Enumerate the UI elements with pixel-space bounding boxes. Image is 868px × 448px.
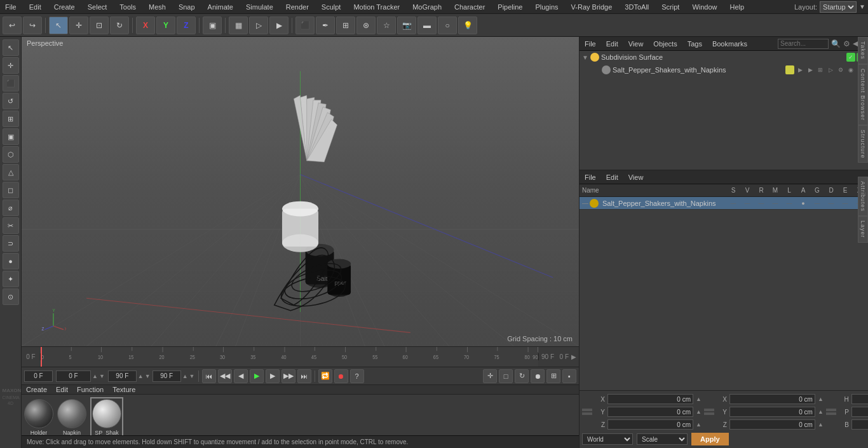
frame-end-arrow-dn1[interactable]: ▼ xyxy=(145,373,151,379)
coord-x2-arrow[interactable]: ▲ xyxy=(818,396,824,402)
material-napkin[interactable]: Napkin xyxy=(57,399,86,436)
om-search-input[interactable] xyxy=(778,39,829,49)
menu-pipeline[interactable]: Pipeline xyxy=(495,2,525,12)
tab-takes[interactable]: Takes xyxy=(858,37,868,64)
coord-z-arrow[interactable]: ▲ xyxy=(696,421,702,428)
timeline-ruler[interactable]: 0 5 10 15 20 25 30 35 40 xyxy=(41,347,538,367)
coord-y2-arrow[interactable]: ▲ xyxy=(818,409,824,415)
menu-vray[interactable]: V-Ray Bridge xyxy=(569,2,615,12)
coord-world-dropdown[interactable]: World xyxy=(582,433,633,445)
tab-structure[interactable]: Structure xyxy=(858,125,868,163)
mograph-button[interactable]: ⊛ xyxy=(356,17,376,34)
om-row-subdivision[interactable]: ▼ Subdivision Surface ✓ ✓ xyxy=(580,51,868,64)
floor-button[interactable]: ▬ xyxy=(417,17,437,34)
rotate-button[interactable]: ↻ xyxy=(110,17,129,34)
om-settings-icon[interactable]: ⚙ xyxy=(843,39,850,48)
om-collapse-icon[interactable]: ◀ xyxy=(853,39,858,48)
om-menu-view[interactable]: View xyxy=(626,39,646,48)
tool-select[interactable]: ↖ xyxy=(3,39,19,56)
next-frame-button[interactable]: ▶▶ xyxy=(281,369,295,383)
material-holder[interactable]: Holder xyxy=(24,399,53,436)
attr-menu-edit[interactable]: Edit xyxy=(604,173,621,182)
skip-start-button[interactable]: ⏮ xyxy=(202,369,216,383)
frame-end-arrow-up1[interactable]: ▲ xyxy=(138,373,144,379)
loop-button[interactable]: 🔁 xyxy=(318,369,332,383)
coord-z2-arrow[interactable]: ▲ xyxy=(818,421,824,428)
cloner-button[interactable]: ⊞ xyxy=(336,17,355,34)
tr-dot[interactable]: ▪ xyxy=(562,369,576,383)
coord-b-input[interactable] xyxy=(851,419,868,430)
om-menu-edit[interactable]: Edit xyxy=(604,39,621,48)
menu-animate[interactable]: Animate xyxy=(205,2,236,12)
help-button[interactable]: ? xyxy=(350,369,364,383)
coord-x-arrow[interactable]: ▲ xyxy=(696,396,702,402)
menu-mesh[interactable]: Mesh xyxy=(146,2,168,12)
om-search-icon[interactable]: 🔍 xyxy=(831,39,841,48)
tool-cube[interactable]: ⬛ xyxy=(3,75,19,92)
coord-y-input[interactable] xyxy=(607,407,693,417)
coord-h-input[interactable] xyxy=(851,394,868,404)
redo-button[interactable]: ↪ xyxy=(23,17,42,34)
tool-6[interactable]: ⬡ xyxy=(3,146,19,163)
om-vis-check1[interactable]: ✓ xyxy=(846,53,855,62)
coord-y2-input[interactable] xyxy=(729,407,815,417)
coord-y-arrow[interactable]: ▲ xyxy=(696,409,702,415)
render-region-button[interactable]: ▦ xyxy=(229,17,248,34)
tr-box[interactable]: □ xyxy=(499,369,513,383)
menu-file[interactable]: File xyxy=(3,2,19,12)
tab-attributes[interactable]: Attributes xyxy=(858,177,868,216)
tr-grid[interactable]: ⊞ xyxy=(546,369,560,383)
select-button[interactable]: ↖ xyxy=(49,17,68,34)
menu-motion-tracker[interactable]: Motion Tracker xyxy=(351,2,402,12)
menu-sculpt[interactable]: Sculpt xyxy=(319,2,344,12)
tool-move[interactable]: ✛ xyxy=(3,57,19,74)
menu-select[interactable]: Select xyxy=(85,2,110,12)
cube-button[interactable]: ⬛ xyxy=(295,17,315,34)
menu-render[interactable]: Render xyxy=(283,2,311,12)
om-menu-file[interactable]: File xyxy=(582,39,599,48)
om-menu-bookmarks[interactable]: Bookmarks xyxy=(710,39,750,48)
viewport[interactable]: ☰ View Cameras Display Filter Panel ⤢ ⊞ … xyxy=(22,37,579,346)
coord-x-input[interactable] xyxy=(607,394,693,404)
tool-knife[interactable]: ✂ xyxy=(3,217,19,234)
om-sp-icon6[interactable]: ◉ xyxy=(846,65,855,74)
light-button[interactable]: ☆ xyxy=(377,17,396,34)
mat-menu-create[interactable]: Create xyxy=(24,385,49,394)
tool-5[interactable]: ▣ xyxy=(3,128,19,145)
mat-menu-function[interactable]: Function xyxy=(75,385,105,394)
menu-window[interactable]: Window xyxy=(689,2,719,12)
frame-current-input[interactable] xyxy=(56,370,91,382)
mat-menu-edit[interactable]: Edit xyxy=(54,385,70,394)
camera-button[interactable]: 📷 xyxy=(397,17,416,34)
coord-z2-input[interactable] xyxy=(729,419,815,430)
frame-end-arrow-up2[interactable]: ▲ xyxy=(182,373,188,379)
om-sp-icon4[interactable]: ▷ xyxy=(826,65,835,74)
tool-11[interactable]: ● xyxy=(3,253,19,269)
sky-button[interactable]: ○ xyxy=(438,17,457,34)
frame-arrow-dn[interactable]: ▼ xyxy=(99,373,105,379)
attr-row-sp[interactable]: — Salt_Pepper_Shakers_with_Napkins — — —… xyxy=(580,197,868,210)
tool-4[interactable]: ⊞ xyxy=(3,111,19,127)
menu-simulate[interactable]: Simulate xyxy=(243,2,276,12)
play-button[interactable]: ▶ xyxy=(250,369,264,383)
coord-apply-button[interactable]: Apply xyxy=(691,433,729,445)
move-button[interactable]: ✛ xyxy=(69,17,88,34)
material-sp-shak[interactable]: SP_Shak xyxy=(90,397,123,438)
menu-script[interactable]: Script xyxy=(659,2,682,12)
tool-rotate2[interactable]: ↺ xyxy=(3,93,19,109)
om-menu-objects[interactable]: Objects xyxy=(651,39,679,48)
frame-end-input2[interactable] xyxy=(153,370,181,382)
y-axis-button[interactable]: Y xyxy=(156,17,175,34)
tool-12[interactable]: ✦ xyxy=(3,271,19,287)
om-sp-icon5[interactable]: ⚙ xyxy=(836,65,845,74)
coord-x2-input[interactable] xyxy=(729,394,815,404)
tool-connect[interactable]: ⊃ xyxy=(3,235,19,252)
mat-menu-texture[interactable]: Texture xyxy=(111,385,137,394)
undo-button[interactable]: ↩ xyxy=(3,17,22,34)
attr-menu-view[interactable]: View xyxy=(626,173,646,182)
prev-frame-button[interactable]: ◀◀ xyxy=(218,369,232,383)
om-menu-tags[interactable]: Tags xyxy=(685,39,705,48)
step-back-button[interactable]: ◀ xyxy=(234,369,248,383)
object-mode-button[interactable]: ▣ xyxy=(203,17,222,34)
tool-8[interactable]: ◻ xyxy=(3,182,19,198)
